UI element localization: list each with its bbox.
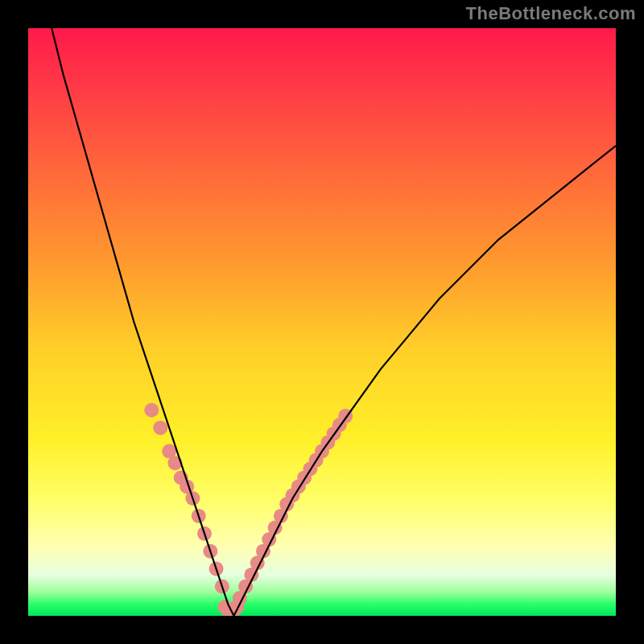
curve-layer	[28, 28, 616, 616]
marker-dot	[153, 420, 167, 435]
plot-area	[28, 28, 616, 616]
watermark-text: TheBottleneck.com	[466, 3, 636, 24]
marker-layer	[144, 403, 353, 617]
marker-dot	[144, 403, 159, 418]
bottleneck-curve	[52, 28, 616, 616]
chart-frame: TheBottleneck.com	[0, 0, 644, 644]
